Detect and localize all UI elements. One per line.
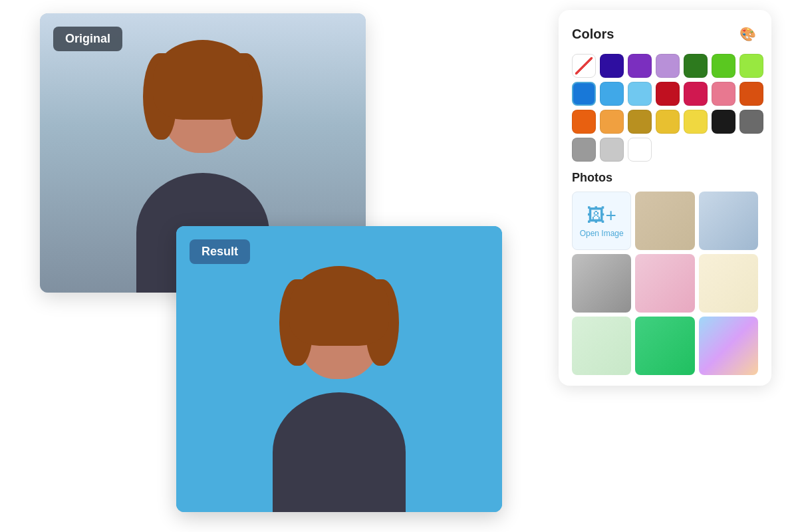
color-swatch-purple[interactable]	[628, 54, 652, 78]
photo-thumb-silver[interactable]	[572, 254, 631, 313]
color-swatch-dark-gray[interactable]	[739, 110, 763, 134]
color-swatch-light-green[interactable]	[739, 54, 763, 78]
color-swatch-gray[interactable]	[572, 138, 596, 162]
color-swatch-red[interactable]	[656, 82, 680, 106]
color-swatch-dark-blue[interactable]	[600, 54, 624, 78]
color-swatch-white[interactable]	[628, 138, 652, 162]
color-swatch-light-gray[interactable]	[600, 138, 624, 162]
color-swatch-black[interactable]	[712, 110, 735, 134]
color-swatch-dark-green[interactable]	[684, 54, 708, 78]
panel-header: Colors 🎨	[572, 23, 758, 45]
color-swatch-pink[interactable]	[712, 82, 735, 106]
photo-thumb-rainbow[interactable]	[699, 317, 758, 375]
color-swatch-light-blue[interactable]	[628, 82, 652, 106]
photo-thumb-pink[interactable]	[635, 254, 694, 313]
open-image-icon: 🖼+	[587, 204, 616, 226]
panel-title: Colors	[572, 27, 614, 42]
palette-icon[interactable]: 🎨	[737, 23, 758, 45]
result-image-bg	[176, 226, 502, 512]
main-container: Original Result Colors 🎨	[0, 0, 798, 532]
original-label: Original	[53, 27, 122, 51]
color-swatch-mustard[interactable]	[628, 110, 652, 134]
color-swatch-crimson[interactable]	[684, 82, 708, 106]
photo-thumb-green[interactable]	[635, 317, 694, 375]
color-swatch-sky-blue[interactable]	[600, 82, 624, 106]
color-swatch-none[interactable]	[572, 54, 596, 78]
color-swatch-lavender[interactable]	[656, 54, 680, 78]
result-label: Result	[190, 239, 250, 264]
photo-thumb-beige[interactable]	[635, 192, 694, 250]
photo-thumb-light-green[interactable]	[572, 317, 631, 375]
open-image-text: Open Image	[580, 229, 624, 238]
open-image-button[interactable]: 🖼+ Open Image	[572, 192, 631, 250]
color-swatch-blue[interactable]	[572, 82, 596, 106]
color-swatch-orange-red[interactable]	[739, 82, 763, 106]
result-image-card: Result	[176, 226, 502, 512]
color-swatch-yellow[interactable]	[656, 110, 680, 134]
color-swatch-green[interactable]	[712, 54, 735, 78]
color-swatch-light-yellow[interactable]	[684, 110, 708, 134]
photos-section-label: Photos	[572, 171, 758, 185]
photo-thumb-cream[interactable]	[699, 254, 758, 313]
photo-thumb-blue-gray[interactable]	[699, 192, 758, 250]
colors-panel: Colors 🎨	[559, 10, 771, 386]
photos-grid: 🖼+ Open Image	[572, 192, 758, 375]
color-grid	[572, 54, 758, 162]
color-swatch-orange[interactable]	[572, 110, 596, 134]
color-swatch-light-orange[interactable]	[600, 110, 624, 134]
